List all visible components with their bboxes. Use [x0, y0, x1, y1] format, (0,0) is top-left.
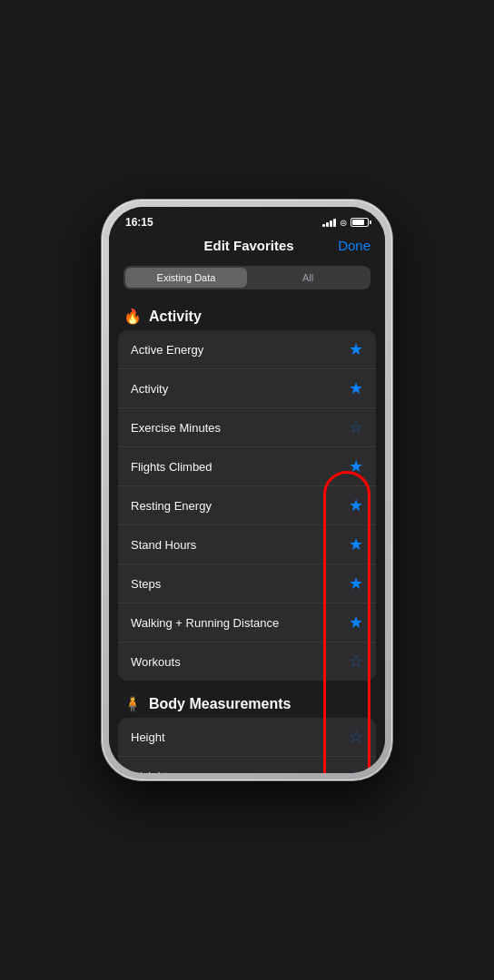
- item-label-exercise-minutes: Exercise Minutes: [131, 421, 221, 435]
- star-steps[interactable]: ★: [349, 573, 363, 593]
- activity-flame-icon: 🔥: [124, 308, 142, 325]
- status-time: 16:15: [125, 216, 153, 229]
- main-content: 🔥 Activity Active Energy ★ Activity ★ Ex…: [109, 299, 385, 773]
- star-active-energy[interactable]: ★: [349, 339, 363, 359]
- list-item: Exercise Minutes ☆: [118, 408, 376, 447]
- star-height[interactable]: ☆: [349, 727, 363, 747]
- list-item: Height ☆: [118, 718, 376, 757]
- status-icons: ⊜: [322, 218, 369, 228]
- list-item: Steps ★: [118, 564, 376, 603]
- list-item: Active Energy ★: [118, 330, 376, 369]
- segment-all[interactable]: All: [247, 268, 369, 288]
- star-workouts[interactable]: ☆: [349, 652, 363, 671]
- activity-section-title: Activity: [149, 309, 202, 325]
- item-label-walking-running: Walking + Running Distance: [131, 616, 279, 630]
- star-flights-climbed[interactable]: ★: [349, 456, 363, 476]
- item-label-active-energy: Active Energy: [131, 343, 203, 357]
- segment-existing-data[interactable]: Existing Data: [125, 268, 247, 288]
- list-item: Resting Energy ★: [118, 486, 376, 525]
- list-item: Activity ★: [118, 369, 376, 408]
- star-exercise-minutes[interactable]: ☆: [349, 417, 363, 437]
- star-walking-running[interactable]: ★: [349, 612, 363, 632]
- body-measurements-icon: 🧍: [124, 695, 142, 712]
- item-label-flights-climbed: Flights Climbed: [131, 460, 212, 474]
- star-activity[interactable]: ★: [349, 378, 363, 398]
- body-measurements-list: Height ☆ Weight ☆: [118, 718, 376, 773]
- item-label-resting-energy: Resting Energy: [131, 499, 212, 513]
- battery-icon: [351, 218, 369, 227]
- list-item: Workouts ☆: [118, 642, 376, 681]
- star-stand-hours[interactable]: ★: [349, 534, 363, 554]
- body-measurements-section-header: 🧍 Body Measurements: [109, 686, 385, 718]
- star-resting-energy[interactable]: ★: [349, 495, 363, 515]
- body-measurements-section-title: Body Measurements: [149, 696, 291, 712]
- item-label-weight: Weight: [131, 769, 167, 774]
- phone-screen: 16:15 ⊜ Edit Favorites Done Ex: [109, 207, 385, 773]
- item-label-steps: Steps: [131, 577, 161, 591]
- phone-frame: 16:15 ⊜ Edit Favorites Done Ex: [102, 200, 392, 780]
- nav-title: Edit Favorites: [160, 238, 338, 253]
- activity-section-header: 🔥 Activity: [109, 299, 385, 330]
- activity-list: Active Energy ★ Activity ★ Exercise Minu…: [118, 330, 376, 681]
- item-label-height: Height: [131, 730, 165, 744]
- signal-icon: [322, 218, 336, 227]
- status-bar: 16:15 ⊜: [109, 207, 385, 232]
- star-weight[interactable]: ☆: [349, 766, 363, 773]
- list-item: Stand Hours ★: [118, 525, 376, 564]
- item-label-workouts: Workouts: [131, 655, 181, 669]
- list-item: Weight ☆: [118, 757, 376, 773]
- done-button[interactable]: Done: [338, 238, 370, 253]
- nav-bar: Edit Favorites Done: [109, 232, 385, 260]
- list-item: Flights Climbed ★: [118, 447, 376, 486]
- list-item: Walking + Running Distance ★: [118, 603, 376, 642]
- item-label-stand-hours: Stand Hours: [131, 538, 196, 552]
- wifi-icon: ⊜: [340, 218, 347, 228]
- item-label-activity: Activity: [131, 382, 168, 396]
- segment-control: Existing Data All: [124, 266, 370, 289]
